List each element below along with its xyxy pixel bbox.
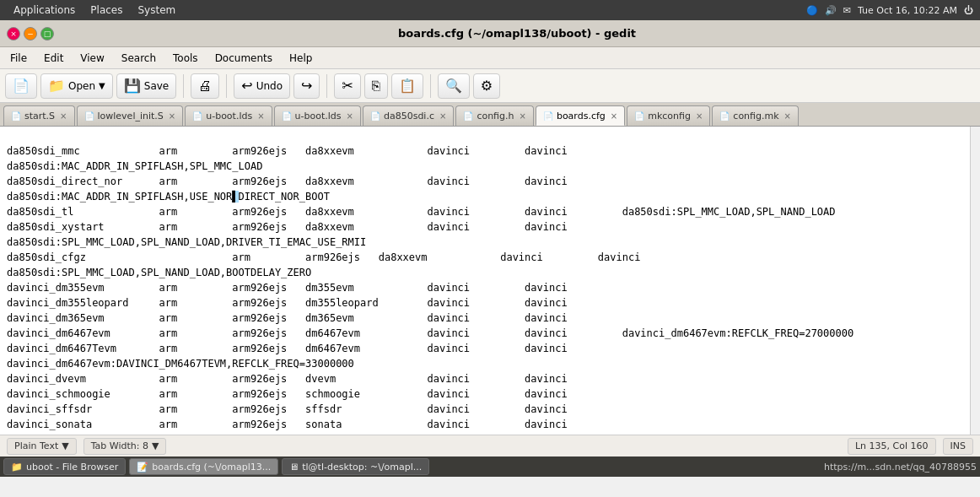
save-button[interactable]: 💾 Save [116,73,176,99]
url-hint-text: https://m...sdn.net/qq_40788955 [824,462,977,473]
find-icon: 🔍 [445,78,462,94]
editor-line: davinci_schmoogie arm arm926ejs schmoogi… [7,388,568,400]
tab-u-boot-lds[interactable]: 📄 u-boot.lds × [185,105,272,126]
taskbar-file-browser-label: uboot - File Browser [26,462,118,473]
applications-menu[interactable]: Applications [7,3,82,18]
copy-icon: ⎘ [372,78,380,94]
title-bar: × − □ boards.cfg (~/omapl138/uboot) - ge… [0,20,980,47]
editor-line: davinci_dm355evm arm arm926ejs dm355evm … [7,282,568,294]
volume-icon: 🔊 [825,5,837,16]
tab-file-icon: 📄 [282,111,292,121]
editor-line: davinci_dm365evm arm arm926ejs dm365evm … [7,312,568,324]
tab-lowlevel-init-s[interactable]: 📄 lowlevel_init.S × [77,105,184,126]
vertical-scrollbar[interactable] [970,127,980,435]
tab-close-icon[interactable]: × [611,111,617,121]
cursor-position-label: Ln 135, Col 160 [855,440,929,451]
tab-start-s[interactable]: 📄 start.S × [3,105,75,126]
search-menu[interactable]: Search [115,51,163,66]
new-icon: 📄 [13,78,30,94]
tab-close-icon[interactable]: × [439,111,446,121]
tab-label: lowlevel_init.S [98,111,164,122]
open-dropdown-icon: ▼ [99,81,105,90]
edit-menu[interactable]: Edit [37,51,70,66]
tab-label: u-boot.lds [295,111,342,122]
editor-line: davinci_dm6467evm:DAVINCI_DM6467TEVM,REF… [7,358,354,370]
tab-da850sdi-c[interactable]: 📄 da850sdi.c × [363,105,454,126]
tab-file-icon: 📄 [11,111,21,121]
tab-boards-cfg[interactable]: 📄 boards.cfg × [536,105,625,126]
file-type-section[interactable]: Plain Text ▼ [7,438,77,455]
print-button[interactable]: 🖨 [191,73,219,99]
tab-width-section[interactable]: Tab Width: 8 ▼ [83,438,167,455]
copy-button[interactable]: ⎘ [364,73,388,99]
file-type-label: Plain Text [14,440,58,451]
editor-line: da850sdi:MAC_ADDR_IN_SPIFLASH,SPL_MMC_LO… [7,160,262,172]
menu-bar: File Edit View Search Tools Documents He… [0,47,980,69]
tab-close-icon[interactable]: × [60,111,67,121]
cut-button[interactable]: ✂ [334,73,360,99]
taskbar-gedit[interactable]: 📝 boards.cfg (~\/omapl13... [129,458,278,475]
find-button[interactable]: 🔍 [438,73,470,99]
tab-file-icon: 📄 [543,111,553,121]
undo-button[interactable]: ↩ Undo [234,73,290,99]
close-button[interactable]: × [7,27,20,41]
taskbar: 📁 uboot - File Browser 📝 boards.cfg (~\/… [0,456,980,477]
places-menu[interactable]: Places [83,3,129,18]
tab-label: config.h [477,111,514,122]
maximize-button[interactable]: □ [40,27,54,41]
redo-button[interactable]: ↪ [293,73,320,99]
documents-menu[interactable]: Documents [208,51,279,66]
help-menu[interactable]: Help [283,51,319,66]
editor-line: da850sdi_direct_nor arm arm926ejs da8xxe… [7,176,568,187]
system-menu[interactable]: System [131,3,182,18]
tab-file-icon: 📄 [719,111,730,121]
system-tray: 🔵 🔊 ✉ Tue Oct 16, 10:22 AM ⏻ [806,5,973,16]
undo-icon: ↩ [241,78,252,94]
tab-close-icon[interactable]: × [696,111,703,121]
editor-line: da850sdi_mmc arm arm926ejs da8xxevm davi… [7,145,568,157]
open-button[interactable]: 📁 Open ▼ [40,73,113,99]
editor-area: da850sdi_mmc arm arm926ejs da8xxevm davi… [0,127,980,435]
taskbar-terminal[interactable]: 🖥 tl@tl-desktop: ~\/omapl... [282,458,429,475]
open-icon: 📁 [48,78,65,94]
print-icon: 🖨 [198,78,212,94]
power-icon: ⏻ [964,5,973,16]
taskbar-file-browser[interactable]: 📁 uboot - File Browser [3,458,126,475]
editor-line: davinci_dm6467Tevm arm arm926ejs dm6467e… [7,343,568,354]
ins-mode-label: INS [950,440,966,451]
paste-button[interactable]: 📋 [391,73,423,99]
editor-line: davinci_dvevm arm arm926ejs dvevm davinc… [7,373,568,385]
tab-file-icon: 📄 [463,111,473,121]
toolbar: 📄 📁 Open ▼ 💾 Save 🖨 ↩ Undo ↪ ✂ ⎘ 📋 🔍 ⚙ [0,69,980,103]
editor-line: da850sdi_cfgz arm arm926ejs da8xxevm dav… [7,251,640,263]
editor-content[interactable]: da850sdi_mmc arm arm926ejs da8xxevm davi… [0,127,970,435]
view-menu[interactable]: View [73,51,110,66]
tab-close-icon[interactable]: × [520,111,526,121]
taskbar-terminal-icon: 🖥 [289,462,299,473]
editor-line: davinci_dm6467evm arm arm926ejs dm6467ev… [7,327,853,339]
toolbar-separator-1 [183,74,184,98]
editor-line: davinci_sffsdr arm arm926ejs sffsdr davi… [7,403,568,415]
tab-config-h[interactable]: 📄 config.h × [455,105,534,126]
tab-label: boards.cfg [557,111,606,122]
toolbar-separator-2 [226,74,227,98]
tab-file-icon: 📄 [370,111,380,121]
tab-u-boot-lds2[interactable]: 📄 u-boot.lds × [274,105,361,126]
tab-close-icon[interactable]: × [347,111,353,121]
taskbar-gedit-label: boards.cfg (~\/omapl13... [152,462,271,473]
file-menu[interactable]: File [3,51,34,66]
tab-label: da850sdi.c [384,111,434,122]
tab-close-icon[interactable]: × [257,111,264,121]
tab-close-icon[interactable]: × [784,111,791,121]
minimize-button[interactable]: − [24,27,37,41]
tab-close-icon[interactable]: × [169,111,175,121]
new-button[interactable]: 📄 [5,73,37,99]
tools-extra-button[interactable]: ⚙ [473,73,500,99]
tab-mkconfig[interactable]: 📄 mkconfig × [627,105,710,126]
tab-config-mk[interactable]: 📄 config.mk × [712,105,799,126]
tab-label: config.mk [733,111,778,122]
cut-icon: ✂ [342,78,353,94]
open-label: Open [68,80,95,92]
editor-line: davinci_sonata arm arm926ejs sonata davi… [7,419,568,430]
tools-menu[interactable]: Tools [166,51,205,66]
